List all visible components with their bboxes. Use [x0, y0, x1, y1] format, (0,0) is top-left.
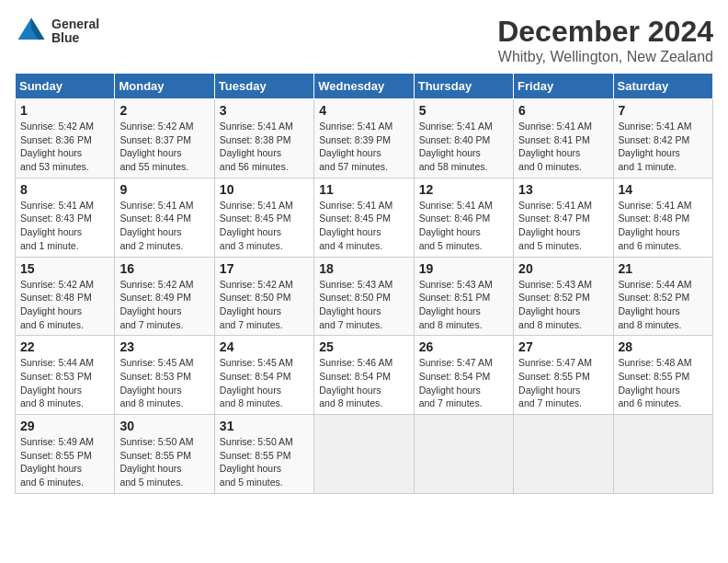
calendar-day-cell: 13Sunrise: 5:41 AMSunset: 8:47 PMDayligh… — [514, 178, 613, 257]
calendar-day-cell: 15Sunrise: 5:42 AMSunset: 8:48 PMDayligh… — [16, 257, 115, 336]
day-info: Sunrise: 5:43 AMSunset: 8:51 PMDaylight … — [419, 278, 508, 332]
day-number: 20 — [518, 261, 608, 276]
calendar-day-cell: 3Sunrise: 5:41 AMSunset: 8:38 PMDaylight… — [214, 99, 313, 178]
calendar-day-cell: 10Sunrise: 5:41 AMSunset: 8:45 PMDayligh… — [214, 178, 313, 257]
page-header: General Blue December 2024 Whitby, Welli… — [15, 15, 713, 65]
day-number: 4 — [319, 103, 408, 118]
calendar-day-cell: 31Sunrise: 5:50 AMSunset: 8:55 PMDayligh… — [214, 415, 313, 494]
day-number: 22 — [20, 339, 109, 354]
calendar-day-cell: 27Sunrise: 5:47 AMSunset: 8:55 PMDayligh… — [514, 336, 613, 415]
calendar-day-cell: 23Sunrise: 5:45 AMSunset: 8:53 PMDayligh… — [115, 336, 214, 415]
calendar-day-header: Tuesday — [214, 74, 313, 99]
day-number: 28 — [619, 339, 708, 354]
day-number: 10 — [220, 182, 309, 197]
day-number: 7 — [619, 103, 708, 118]
day-number: 24 — [220, 339, 309, 354]
calendar-day-cell: 28Sunrise: 5:48 AMSunset: 8:55 PMDayligh… — [613, 336, 712, 415]
calendar-day-cell: 19Sunrise: 5:43 AMSunset: 8:51 PMDayligh… — [414, 257, 513, 336]
day-info: Sunrise: 5:44 AMSunset: 8:53 PMDaylight … — [20, 356, 109, 410]
day-number: 3 — [220, 103, 309, 118]
calendar-day-cell: 12Sunrise: 5:41 AMSunset: 8:46 PMDayligh… — [414, 178, 513, 257]
calendar-week-row: 29Sunrise: 5:49 AMSunset: 8:55 PMDayligh… — [16, 415, 713, 494]
main-title: December 2024 — [497, 15, 713, 49]
day-info: Sunrise: 5:41 AMSunset: 8:45 PMDaylight … — [220, 199, 309, 253]
logo-icon — [15, 15, 48, 48]
day-info: Sunrise: 5:41 AMSunset: 8:38 PMDaylight … — [220, 120, 309, 174]
calendar-header-row: SundayMondayTuesdayWednesdayThursdayFrid… — [16, 74, 713, 99]
day-info: Sunrise: 5:41 AMSunset: 8:46 PMDaylight … — [419, 199, 508, 253]
calendar-day-cell: 4Sunrise: 5:41 AMSunset: 8:39 PMDaylight… — [314, 99, 414, 178]
calendar-day-cell: 11Sunrise: 5:41 AMSunset: 8:45 PMDayligh… — [314, 178, 414, 257]
day-info: Sunrise: 5:41 AMSunset: 8:41 PMDaylight … — [518, 120, 608, 174]
calendar-day-cell: 2Sunrise: 5:42 AMSunset: 8:37 PMDaylight… — [115, 99, 214, 178]
day-info: Sunrise: 5:45 AMSunset: 8:54 PMDaylight … — [220, 356, 309, 410]
day-info: Sunrise: 5:41 AMSunset: 8:48 PMDaylight … — [619, 199, 708, 253]
calendar-day-cell — [314, 415, 414, 494]
day-info: Sunrise: 5:42 AMSunset: 8:50 PMDaylight … — [220, 278, 309, 332]
calendar-day-cell: 29Sunrise: 5:49 AMSunset: 8:55 PMDayligh… — [16, 415, 115, 494]
calendar-day-header: Monday — [115, 74, 214, 99]
calendar-day-cell: 22Sunrise: 5:44 AMSunset: 8:53 PMDayligh… — [16, 336, 115, 415]
day-info: Sunrise: 5:42 AMSunset: 8:36 PMDaylight … — [20, 120, 109, 174]
day-number: 26 — [419, 339, 508, 354]
calendar-day-cell: 18Sunrise: 5:43 AMSunset: 8:50 PMDayligh… — [314, 257, 414, 336]
day-number: 25 — [319, 339, 408, 354]
calendar-day-cell: 21Sunrise: 5:44 AMSunset: 8:52 PMDayligh… — [613, 257, 712, 336]
day-number: 11 — [319, 182, 408, 197]
calendar-day-cell: 30Sunrise: 5:50 AMSunset: 8:55 PMDayligh… — [115, 415, 214, 494]
day-number: 12 — [419, 182, 508, 197]
calendar-day-cell: 26Sunrise: 5:47 AMSunset: 8:54 PMDayligh… — [414, 336, 513, 415]
day-info: Sunrise: 5:41 AMSunset: 8:40 PMDaylight … — [419, 120, 508, 174]
day-number: 14 — [619, 182, 708, 197]
calendar-week-row: 1Sunrise: 5:42 AMSunset: 8:36 PMDaylight… — [16, 99, 713, 178]
calendar-day-cell — [613, 415, 712, 494]
day-info: Sunrise: 5:47 AMSunset: 8:54 PMDaylight … — [419, 356, 508, 410]
calendar-day-header: Sunday — [16, 74, 115, 99]
day-info: Sunrise: 5:49 AMSunset: 8:55 PMDaylight … — [20, 435, 109, 489]
subtitle: Whitby, Wellington, New Zealand — [497, 49, 713, 65]
day-info: Sunrise: 5:41 AMSunset: 8:47 PMDaylight … — [518, 199, 608, 253]
calendar-week-row: 15Sunrise: 5:42 AMSunset: 8:48 PMDayligh… — [16, 257, 713, 336]
calendar-day-header: Wednesday — [314, 74, 414, 99]
calendar-day-cell: 17Sunrise: 5:42 AMSunset: 8:50 PMDayligh… — [214, 257, 313, 336]
calendar-day-cell: 5Sunrise: 5:41 AMSunset: 8:40 PMDaylight… — [414, 99, 513, 178]
day-number: 9 — [119, 182, 209, 197]
day-number: 1 — [20, 103, 109, 118]
calendar-day-cell: 16Sunrise: 5:42 AMSunset: 8:49 PMDayligh… — [115, 257, 214, 336]
day-number: 23 — [119, 339, 209, 354]
day-info: Sunrise: 5:41 AMSunset: 8:45 PMDaylight … — [319, 199, 408, 253]
day-number: 2 — [119, 103, 209, 118]
day-info: Sunrise: 5:45 AMSunset: 8:53 PMDaylight … — [119, 356, 209, 410]
day-number: 16 — [119, 261, 209, 276]
title-block: December 2024 Whitby, Wellington, New Ze… — [497, 15, 713, 65]
calendar-week-row: 8Sunrise: 5:41 AMSunset: 8:43 PMDaylight… — [16, 178, 713, 257]
day-info: Sunrise: 5:42 AMSunset: 8:37 PMDaylight … — [119, 120, 209, 174]
day-number: 5 — [419, 103, 508, 118]
day-number: 13 — [518, 182, 608, 197]
day-info: Sunrise: 5:41 AMSunset: 8:39 PMDaylight … — [319, 120, 408, 174]
calendar-table: SundayMondayTuesdayWednesdayThursdayFrid… — [15, 73, 713, 494]
day-info: Sunrise: 5:41 AMSunset: 8:43 PMDaylight … — [20, 199, 109, 253]
day-number: 18 — [319, 261, 408, 276]
calendar-day-cell: 25Sunrise: 5:46 AMSunset: 8:54 PMDayligh… — [314, 336, 414, 415]
day-info: Sunrise: 5:50 AMSunset: 8:55 PMDaylight … — [119, 435, 209, 489]
calendar-day-cell: 6Sunrise: 5:41 AMSunset: 8:41 PMDaylight… — [514, 99, 613, 178]
day-info: Sunrise: 5:41 AMSunset: 8:44 PMDaylight … — [119, 199, 209, 253]
logo-text: General Blue — [51, 17, 99, 46]
calendar-day-cell: 7Sunrise: 5:41 AMSunset: 8:42 PMDaylight… — [613, 99, 712, 178]
day-number: 15 — [20, 261, 109, 276]
day-number: 30 — [119, 419, 209, 433]
day-info: Sunrise: 5:47 AMSunset: 8:55 PMDaylight … — [518, 356, 608, 410]
calendar-day-header: Thursday — [414, 74, 513, 99]
calendar-day-header: Saturday — [613, 74, 712, 99]
day-number: 27 — [518, 339, 608, 354]
calendar-day-cell — [514, 415, 613, 494]
day-number: 19 — [419, 261, 508, 276]
calendar-week-row: 22Sunrise: 5:44 AMSunset: 8:53 PMDayligh… — [16, 336, 713, 415]
day-info: Sunrise: 5:44 AMSunset: 8:52 PMDaylight … — [619, 278, 708, 332]
calendar-day-cell — [414, 415, 513, 494]
day-number: 17 — [220, 261, 309, 276]
calendar-day-cell: 1Sunrise: 5:42 AMSunset: 8:36 PMDaylight… — [16, 99, 115, 178]
calendar-day-cell: 14Sunrise: 5:41 AMSunset: 8:48 PMDayligh… — [613, 178, 712, 257]
day-info: Sunrise: 5:42 AMSunset: 8:48 PMDaylight … — [20, 278, 109, 332]
